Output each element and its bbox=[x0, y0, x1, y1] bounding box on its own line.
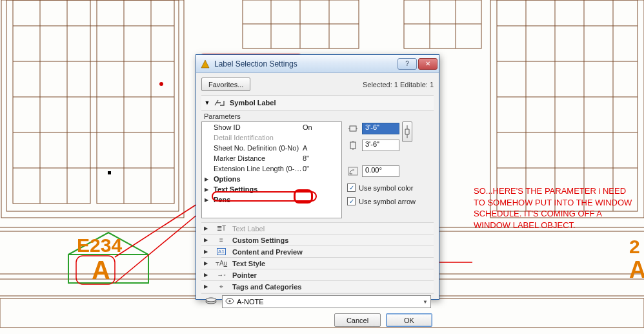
ok-button[interactable]: OK bbox=[386, 313, 432, 327]
parameters-list[interactable]: Show ID On Detail Identification Sheet N… bbox=[201, 121, 342, 218]
svg-rect-0 bbox=[1, 0, 184, 218]
selection-info: Selected: 1 Editable: 1 bbox=[363, 81, 434, 89]
disclosure-triangle-icon: ▶ bbox=[204, 272, 210, 278]
disclosure-triangle-icon: ▶ bbox=[204, 237, 210, 243]
svg-rect-51 bbox=[350, 142, 356, 149]
use-symbol-color-checkbox[interactable]: ✓ Use symbol color bbox=[347, 183, 434, 192]
text-style-icon: ᴛAu bbox=[214, 260, 228, 267]
disclosure-triangle-icon: ▶ bbox=[204, 260, 210, 266]
checkbox-checked-icon: ✓ bbox=[347, 183, 356, 192]
disclosure-triangle-icon: ▶ bbox=[204, 284, 210, 289]
content-preview-icon: A1 bbox=[214, 248, 228, 255]
angle-icon bbox=[347, 165, 359, 177]
favorites-button[interactable]: Favorites... bbox=[201, 78, 250, 91]
section-tags-and-categories[interactable]: ▶ ⌖ Tags and Categories bbox=[201, 280, 434, 292]
tags-icon: ⌖ bbox=[214, 283, 228, 291]
dialog-titlebar[interactable]: Label Selection Settings ? ✕ bbox=[196, 55, 439, 73]
section-content-and-preview[interactable]: ▶ A1 Content and Preview bbox=[201, 245, 434, 257]
height-icon bbox=[347, 140, 359, 151]
width-icon bbox=[347, 123, 359, 134]
svg-point-54 bbox=[206, 298, 216, 302]
svg-rect-50 bbox=[350, 126, 356, 131]
pointer-icon: →◦ bbox=[214, 271, 228, 278]
dialog-title: Label Selection Settings bbox=[214, 59, 397, 68]
side-panel: 3'-6" 3'-6" bbox=[347, 121, 434, 218]
layer-dropdown[interactable]: A-NOTE ▼ bbox=[222, 295, 431, 308]
right-label-bottom: A bbox=[629, 256, 644, 283]
disclosure-triangle-icon: ▶ bbox=[205, 197, 211, 203]
section-custom-settings[interactable]: ▶ ≡ Custom Settings bbox=[201, 234, 434, 245]
disclosure-triangle-icon: ▶ bbox=[204, 249, 210, 255]
height-input[interactable]: 3'-6" bbox=[362, 140, 399, 151]
help-button[interactable]: ? bbox=[397, 58, 417, 70]
text-label-icon: ≣T bbox=[214, 225, 228, 232]
cancel-button[interactable]: Cancel bbox=[334, 313, 381, 327]
annotation-text: SO...HERE'S THE PARAMETER i NEED TO SOME… bbox=[474, 185, 639, 231]
section-text-label[interactable]: ▶ ≣T Text Label bbox=[201, 222, 434, 234]
svg-rect-23 bbox=[497, 0, 638, 211]
disclosure-triangle-icon: ▶ bbox=[205, 176, 211, 182]
param-text-settings[interactable]: ▶ Text Settings bbox=[202, 184, 341, 194]
svg-rect-40 bbox=[108, 171, 111, 174]
param-pens[interactable]: ▶ Pens bbox=[202, 194, 341, 205]
use-symbol-arrow-checkbox[interactable]: ✓ Use symbol arrow bbox=[347, 197, 434, 205]
svg-rect-2 bbox=[13, 0, 90, 204]
svg-point-56 bbox=[229, 300, 231, 302]
close-button[interactable]: ✕ bbox=[418, 58, 438, 70]
section-title: Symbol Label bbox=[230, 99, 276, 107]
label-sub-text: A bbox=[92, 256, 110, 284]
parameters-label: Parameters bbox=[201, 110, 434, 121]
section-symbol-label[interactable]: ▼ Symbol Label bbox=[201, 95, 434, 110]
label-main-text: E234 bbox=[77, 235, 122, 256]
param-options[interactable]: ▶ Options bbox=[202, 174, 341, 184]
layer-icon bbox=[204, 297, 218, 306]
param-sheet-no-definition[interactable]: Sheet No. Definition (0-No) A bbox=[202, 143, 341, 153]
svg-rect-1 bbox=[6, 0, 179, 211]
svg-marker-49 bbox=[201, 60, 209, 68]
symbol-label-icon bbox=[214, 98, 226, 108]
param-marker-distance[interactable]: Marker Distance 8" bbox=[202, 153, 341, 163]
archicad-app-icon bbox=[200, 59, 210, 69]
custom-settings-icon: ≡ bbox=[214, 236, 228, 244]
right-label-top: 2 bbox=[629, 236, 640, 257]
aspect-lock-button[interactable] bbox=[402, 121, 412, 142]
angle-input[interactable]: 0.00° bbox=[362, 165, 399, 177]
disclosure-triangle-icon: ▶ bbox=[204, 225, 210, 231]
section-text-style[interactable]: ▶ ᴛAu Text Style bbox=[201, 257, 434, 269]
checkbox-checked-icon: ✓ bbox=[347, 197, 356, 205]
section-pointer[interactable]: ▶ →◦ Pointer bbox=[201, 269, 434, 280]
param-detail-identification: Detail Identification bbox=[202, 132, 341, 143]
param-show-id[interactable]: Show ID On bbox=[202, 122, 341, 132]
chevron-down-icon: ▼ bbox=[423, 299, 428, 305]
collapsed-sections: ▶ ≣T Text Label ▶ ≡ Custom Settings ▶ A1… bbox=[201, 222, 434, 292]
disclosure-triangle-icon: ▶ bbox=[205, 187, 211, 193]
canvas-root: E234 A 2 A SO...HERE'S THE PARAMETER i N… bbox=[0, 0, 644, 334]
width-input[interactable]: 3'-6" bbox=[362, 123, 399, 134]
param-extension-line-length[interactable]: Extension Line Length (0-None) 0" bbox=[202, 163, 341, 174]
eye-icon bbox=[225, 298, 234, 306]
disclosure-triangle-icon: ▼ bbox=[204, 99, 210, 106]
label-selection-settings-dialog: Label Selection Settings ? ✕ Favorites..… bbox=[196, 54, 439, 300]
svg-point-39 bbox=[159, 82, 163, 86]
